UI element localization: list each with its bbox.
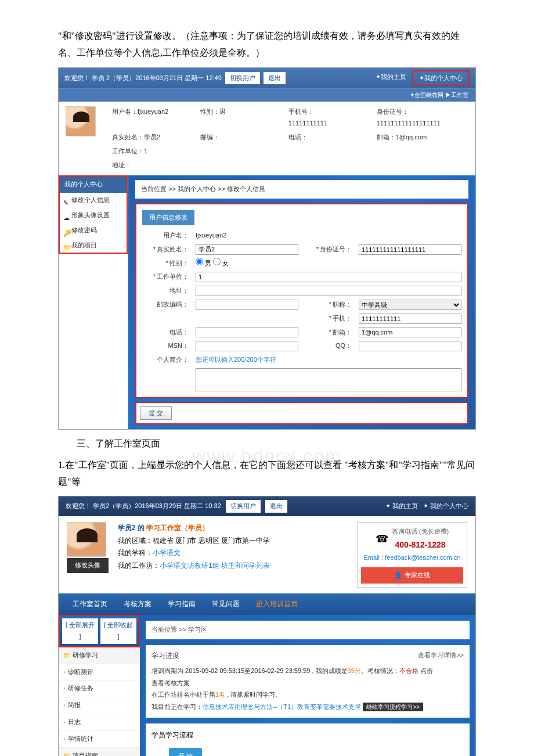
change-avatar-button[interactable]: 修改头像 (67, 558, 109, 573)
status-label: 。考核情况： (361, 667, 399, 674)
form-qq-label: QQ： (305, 340, 352, 352)
form-postcode-input[interactable] (196, 300, 298, 310)
folder-icon: 📁 (63, 242, 69, 248)
sidebar-group-header[interactable]: 项目指南 (59, 748, 140, 756)
current-course-link[interactable]: 信息技术应用理念与方法--（T1）教育变革需要技术支撑 (203, 703, 361, 710)
workspace-title: 学习工作室（学员） (146, 524, 209, 532)
radio-female[interactable] (213, 258, 221, 265)
mobile-label: 手机号： (288, 108, 314, 115)
nav-faq[interactable]: 常见问题 (204, 593, 248, 615)
form-realname-label: 真实姓名： (142, 244, 189, 255)
mobile-value: 11111111111 (288, 120, 327, 127)
form-idcard-label: 身份证号： (305, 244, 352, 255)
workspace-header: 修改头像 学员2 的 学习工作室（学员） 我的区域：福建省 厦门市 思明区 厦门… (59, 516, 475, 593)
period-text: 培训周期为 2015-09-02 09:53:15至2016-02-29 23:… (151, 667, 348, 674)
realname-label: 真实姓名： (112, 134, 144, 141)
screenshot-workspace: 欢迎您！ 学员2（学员）2016年03月29日 星期二 10:32 切换用户 退… (58, 496, 476, 756)
panel-title: 用户信息修改 (142, 210, 194, 225)
region-value: 福建省 厦门市 思明区 厦门市第一中学 (153, 537, 270, 545)
current-label: 我目前正在学习： (151, 703, 203, 710)
avatar-icon: ☁ (63, 213, 69, 218)
sidebar-item[interactable]: 研修任务 (59, 681, 140, 697)
my-home-link-2[interactable]: ✦ 我的主页 (385, 502, 418, 509)
sidebar-item-avatar-settings[interactable]: ☁形象头像设置 (60, 208, 127, 223)
sidebar-item[interactable]: 简报 (59, 697, 140, 714)
form-phone-input[interactable] (196, 327, 298, 337)
form-msn-input[interactable] (196, 341, 298, 351)
form-email-input[interactable] (359, 327, 461, 337)
address-label: 地址： (112, 161, 131, 168)
workunit-label: 工作单位： (112, 147, 144, 154)
sidebar-item-edit-profile[interactable]: ✎修改个人信息 (60, 193, 127, 208)
sidebar-menu: ✎修改个人信息 ☁形象头像设置 🔑修改密码 📁我的项目 (59, 193, 128, 254)
form-postcode-label: 邮政编码： (142, 299, 189, 311)
progress-section: 学习进度 查看学习详情>> 培训周期为 2015-09-02 09:53:15至… (146, 645, 470, 718)
workshop-label: 我的工作坊： (118, 561, 160, 570)
workspace-sidebar: [ 全部展开 ] [ 全部收起 ] 研修学习诊断测评研修任务简报日志学情统计项目… (59, 615, 140, 756)
sidebar-group-header[interactable]: 研修学习 (59, 647, 140, 664)
phone-icon: ☎ (376, 530, 388, 548)
form-jobtitle-label: 职称： (305, 299, 352, 311)
rank-pre: 在工作坊排名中处于第 (151, 691, 215, 698)
form-qq-input[interactable] (359, 341, 461, 351)
nav-home[interactable]: 工作室首页 (64, 593, 116, 615)
flow-title: 学员学习流程 (151, 729, 464, 742)
form-address-label: 地址： (142, 285, 189, 297)
form-bio-placeholder: 您还可以输入200/200个字符 (196, 354, 461, 366)
form-email-label: 邮箱： (305, 327, 352, 339)
workunit-value: 1 (144, 147, 147, 154)
workshop-link[interactable]: 小学语文坊教研1组 坊主和同学列表 (160, 561, 270, 570)
logout-button-2[interactable]: 退出 (265, 500, 287, 513)
collapse-all-button[interactable]: [ 全部收起 ] (100, 618, 136, 644)
submit-footer: 提 交 (135, 402, 468, 424)
username-value: fjxueyuan2 (138, 108, 168, 115)
key-icon: 🔑 (63, 228, 69, 233)
form-realname-input[interactable] (196, 244, 298, 255)
progress-title: 学习进度 (151, 651, 179, 660)
flow-section: 学员学习流程 开 始 +✓信息技术应用理念与方法+✓信息技术应用基础能力+✓信息… (146, 723, 470, 756)
form-gender-label: 性别： (142, 258, 189, 269)
sidebar-item[interactable]: 诊断测评 (59, 664, 140, 681)
my-home-link[interactable]: ✦我的主页 (370, 70, 412, 87)
person-icon: 👤 (394, 570, 402, 581)
form-username-label: 用户名： (142, 230, 189, 242)
switch-user-button-2[interactable]: 切换用户 (226, 500, 261, 513)
top-bar: 欢迎您！ 学员 2（学员）2016年03月21日 星期一 12:49 切换用户 … (59, 68, 475, 89)
my-personal-center-link[interactable]: ✦我的个人中心 (412, 70, 470, 87)
logout-button[interactable]: 退出 (264, 72, 286, 85)
form-bio-textarea[interactable] (196, 368, 461, 391)
form-idcard-input[interactable] (359, 244, 461, 255)
form-workunit-input[interactable] (196, 272, 461, 282)
radio-male[interactable] (196, 258, 203, 265)
flow-start: 开 始 (169, 748, 202, 756)
email-value: 1@qq.com (396, 134, 427, 141)
view-assessment-plan[interactable]: 查看考核方案 (151, 679, 190, 686)
expert-online-button[interactable]: 👤 专家在线 (361, 567, 463, 584)
view-details-link[interactable]: 查看学习详情>> (418, 650, 464, 661)
form-jobtitle-select[interactable]: 中学高级 (359, 300, 461, 310)
screenshot-profile-edit: 欢迎您！ 学员 2（学员）2016年03月21日 星期一 12:49 切换用户 … (58, 67, 476, 430)
expand-all-button[interactable]: [ 全部展开 ] (62, 618, 98, 644)
my-center-link-2[interactable]: ✦ 我的个人中心 (423, 502, 468, 509)
form-address-input[interactable] (196, 286, 461, 296)
continue-study-button[interactable]: 继续学习流程学习>> (363, 703, 423, 711)
nav-guide[interactable]: 学习指南 (160, 593, 204, 615)
nav-enter-training[interactable]: 进入培训首页 (248, 593, 306, 615)
form-mobile-label: 手机： (305, 313, 352, 325)
phone-number: 400-812-1228 (392, 538, 449, 552)
submit-button[interactable]: 提 交 (140, 406, 172, 420)
consult-label: 咨询电话 (免长途费) (392, 526, 449, 538)
switch-user-button[interactable]: 切换用户 (225, 72, 260, 85)
sidebar: 我的个人中心 ✎修改个人信息 ☁形象头像设置 🔑修改密码 📁我的项目 (59, 175, 128, 429)
header-info-panel: 用户名：fjxueyuan2 性别：男 手机号：11111111111 身份证号… (59, 102, 475, 175)
top-bar-2: 欢迎您！ 学员2（学员）2016年03月29日 星期二 10:32 切换用户 退… (59, 496, 475, 516)
sidebar-item[interactable]: 学情统计 (59, 731, 140, 748)
sidebar-item-my-projects[interactable]: 📁我的项目 (60, 238, 127, 253)
contact-box: ☎ 咨询电话 (免长途费) 400-812-1228 Email : feedb… (357, 522, 467, 588)
nav-assessment[interactable]: 考核方案 (116, 593, 160, 615)
form-mobile-input[interactable] (359, 314, 461, 324)
subject-link[interactable]: 小学语文 (153, 549, 181, 557)
sidebar-item-change-password[interactable]: 🔑修改密码 (60, 223, 127, 238)
form-username-value: fjxueyuan2 (196, 230, 461, 242)
sidebar-item[interactable]: 日志 (59, 714, 140, 731)
